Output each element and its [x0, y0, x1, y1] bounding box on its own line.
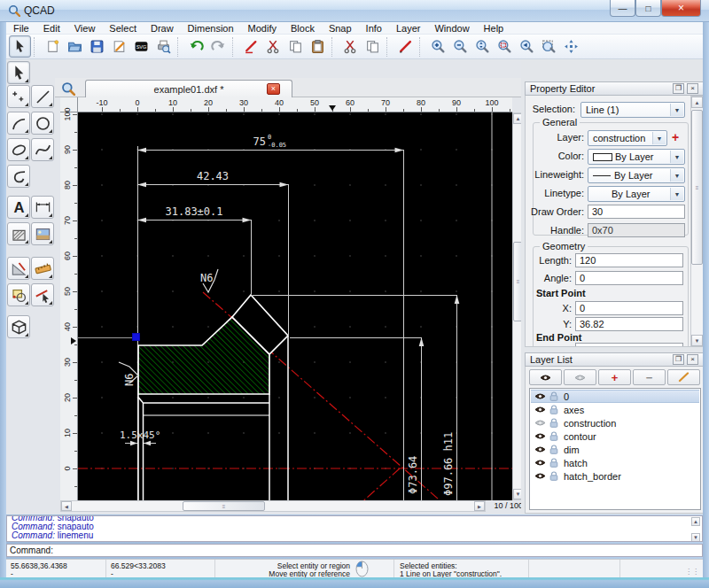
cut-reference-button[interactable] [339, 35, 362, 58]
zoom-previous-button[interactable] [516, 35, 538, 58]
zoom-window-button[interactable] [538, 35, 560, 58]
tool-measure-button[interactable] [31, 257, 54, 280]
menu-item-view[interactable]: View [67, 22, 103, 35]
tool-block-button[interactable] [7, 283, 30, 306]
visibility-eye-icon[interactable] [534, 405, 546, 414]
history-scrollbar[interactable]: ▲ ▼ [691, 517, 701, 542]
undo-button[interactable] [185, 35, 207, 58]
show-all-layers-button[interactable] [529, 369, 562, 385]
close-button[interactable]: × [661, 0, 701, 17]
visibility-eye-icon[interactable] [574, 373, 586, 383]
paste-button[interactable] [307, 35, 329, 58]
redo-button[interactable] [207, 35, 230, 58]
command-history[interactable]: ▲ ▼ Command: snapautoCommand: snapautoCo… [6, 515, 703, 542]
lock-icon[interactable] [549, 418, 558, 428]
end-x-field[interactable]: 120 [575, 343, 683, 347]
add-layer-button[interactable]: + [598, 369, 631, 385]
draw-order-field[interactable]: 30 [588, 205, 685, 219]
tool-text-button[interactable]: A [7, 196, 30, 219]
layer-row-axes[interactable]: axes [531, 403, 699, 416]
tool-select-pointer-button[interactable] [31, 283, 54, 306]
select-arrow-button[interactable] [9, 35, 31, 58]
layer-row-dim[interactable]: dim [531, 443, 699, 456]
copy-button[interactable] [284, 35, 307, 58]
lock-icon[interactable] [549, 471, 558, 481]
layer-row-hatch[interactable]: hatch [531, 456, 699, 469]
tab-example01[interactable]: example01.dxf * [85, 80, 292, 97]
tool-circle-button[interactable] [31, 112, 54, 135]
selection-handle[interactable] [133, 334, 140, 341]
command-input-row[interactable]: Command: [6, 544, 703, 557]
visibility-eye-icon[interactable] [534, 471, 546, 481]
menu-item-edit[interactable]: Edit [36, 22, 67, 35]
linetype-combo[interactable]: By Layer▼ [588, 186, 685, 202]
lock-icon[interactable] [549, 445, 558, 454]
tool-line-button[interactable] [31, 85, 54, 108]
menu-item-help[interactable]: Help [477, 22, 511, 35]
close-panel-icon[interactable]: × [687, 354, 698, 365]
layer-row-0[interactable]: 0 [531, 390, 699, 403]
drawing-canvas[interactable]: 75 0 -0.05 42.43 31.83±0.1 1.5x45° Φ73.6… [78, 112, 512, 500]
lock-icon[interactable] [549, 458, 558, 468]
layer-row-construction[interactable]: construction [531, 416, 699, 429]
float-panel-icon[interactable]: ❐ [673, 354, 684, 365]
start-y-field[interactable]: 36.82 [575, 317, 683, 331]
tab-close-icon[interactable]: × [267, 83, 280, 95]
menu-item-info[interactable]: Info [359, 22, 389, 35]
maximize-button[interactable]: □ [635, 0, 661, 17]
float-panel-icon[interactable]: ❐ [673, 83, 684, 94]
pan-button[interactable] [560, 35, 582, 58]
close-panel-icon[interactable]: × [687, 83, 698, 94]
tool-polyline-button[interactable] [7, 165, 30, 188]
property-editor-scrollbar[interactable]: ▲ ≡ ▼ [690, 96, 704, 347]
visibility-eye-icon[interactable] [534, 445, 546, 454]
menu-item-modify[interactable]: Modify [241, 22, 284, 35]
minimize-button[interactable]: — [610, 0, 635, 17]
tool-image-button[interactable] [31, 222, 54, 245]
tool-select-arrow-button[interactable] [7, 61, 30, 84]
zoom-selection-button[interactable] [494, 35, 516, 58]
layer-combo[interactable]: construction▼ [588, 130, 667, 146]
angle-field[interactable]: 0 [575, 271, 683, 285]
eraser-pencil-button[interactable] [240, 35, 262, 58]
tool-spline-button[interactable] [31, 138, 54, 161]
tool-arc-button[interactable] [7, 112, 30, 135]
zoom-out-button[interactable] [449, 35, 471, 58]
visibility-eye-icon[interactable] [534, 418, 546, 428]
menu-item-layer[interactable]: Layer [389, 22, 428, 35]
print-preview-button[interactable] [152, 35, 175, 58]
zoom-in-button[interactable] [427, 35, 449, 58]
layer-listbox[interactable]: 0axesconstructioncontourdimhatchhatch_bo… [529, 388, 701, 510]
menu-item-snap[interactable]: Snap [322, 22, 359, 35]
selection-combo[interactable]: Line (1)▼ [580, 102, 685, 118]
tool-dimension-button[interactable] [31, 196, 54, 219]
copy-reference-button[interactable] [362, 35, 384, 58]
menu-item-block[interactable]: Block [284, 22, 322, 35]
tool-point-button[interactable] [7, 85, 30, 108]
cut-button[interactable] [262, 35, 284, 58]
svg-export-button[interactable]: SVG [130, 35, 152, 58]
menu-item-dimension[interactable]: Dimension [181, 22, 241, 35]
layer-list-titlebar[interactable]: Layer List ❐ × [525, 352, 704, 367]
lineweight-combo[interactable]: By Layer▼ [588, 167, 685, 183]
start-x-field[interactable]: 0 [575, 301, 683, 315]
tool-ellipse-button[interactable] [7, 138, 30, 161]
layer-row-contour[interactable]: contour [531, 429, 699, 443]
length-field[interactable]: 120 [575, 253, 683, 267]
lock-icon[interactable] [549, 431, 558, 441]
edit-drawing-button[interactable] [108, 35, 130, 58]
save-file-button[interactable] [86, 35, 108, 58]
tool-modify-button[interactable] [7, 257, 30, 280]
menu-item-select[interactable]: Select [102, 22, 144, 35]
tool-hatch-button[interactable] [7, 222, 30, 245]
color-combo[interactable]: By Layer▼ [588, 149, 685, 165]
tool-solid-button[interactable] [7, 315, 30, 338]
visibility-eye-icon[interactable] [534, 391, 546, 401]
draw-pencil-button[interactable] [394, 35, 417, 58]
titlebar[interactable]: QCAD — □ × [0, 0, 709, 22]
new-file-button[interactable] [42, 35, 64, 58]
layer-row-hatch_border[interactable]: hatch_border [531, 469, 699, 483]
menu-item-file[interactable]: File [6, 22, 36, 35]
property-editor-titlebar[interactable]: Property Editor ❐ × [525, 81, 704, 96]
zoom-auto-button[interactable] [471, 35, 494, 58]
